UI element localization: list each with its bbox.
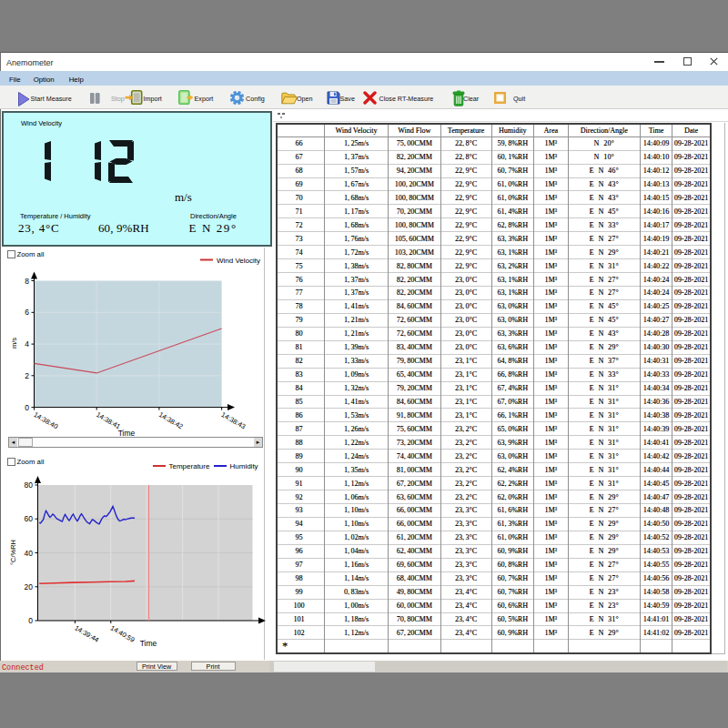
svg-text:80: 80 xyxy=(25,480,34,490)
svg-text:14:38:40: 14:38:40 xyxy=(33,410,60,430)
svg-text:Wind Velocity: Wind Velocity xyxy=(217,257,260,265)
svg-text:Humidity: Humidity xyxy=(230,462,258,470)
svg-text:8: 8 xyxy=(25,277,29,286)
svg-text:14:40:59: 14:40:59 xyxy=(109,623,136,643)
svg-text:20: 20 xyxy=(25,582,34,592)
svg-text:60: 60 xyxy=(25,514,34,523)
svg-text:2: 2 xyxy=(25,371,29,380)
svg-text:Temperature: Temperature xyxy=(169,462,210,470)
svg-text:m/s: m/s xyxy=(10,338,18,349)
svg-text:Time: Time xyxy=(118,429,136,438)
svg-text:6: 6 xyxy=(25,308,29,317)
svg-text:14:38:43: 14:38:43 xyxy=(220,410,248,430)
svg-text:14:38:42: 14:38:42 xyxy=(157,410,185,430)
svg-text:40: 40 xyxy=(25,549,34,558)
svg-text:°C/%RH: °C/%RH xyxy=(9,540,17,565)
svg-text:0: 0 xyxy=(28,616,33,625)
svg-text:14:39:44: 14:39:44 xyxy=(73,623,100,643)
svg-text:0: 0 xyxy=(25,403,29,412)
svg-text:4: 4 xyxy=(25,339,29,349)
svg-text:Time: Time xyxy=(140,639,157,648)
